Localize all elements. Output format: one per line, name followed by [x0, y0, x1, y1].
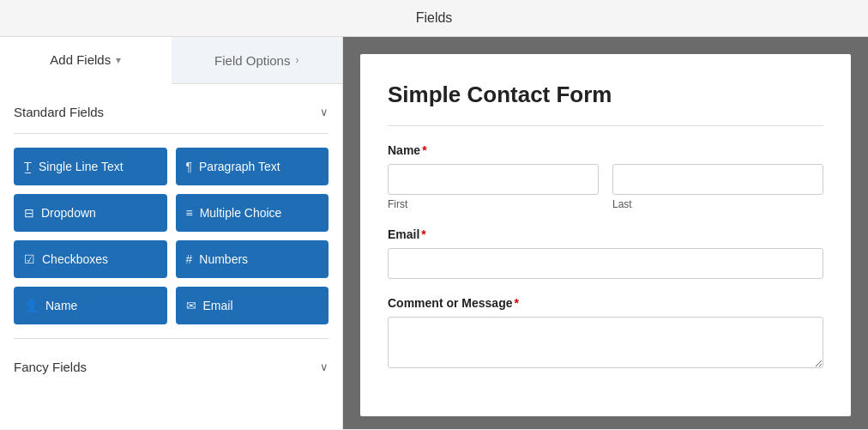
name-inputs: First Last — [388, 164, 823, 210]
paragraph-text-icon: ¶ — [186, 160, 193, 173]
email-icon: ✉ — [186, 299, 196, 312]
paragraph-text-label: Paragraph Text — [199, 160, 280, 173]
name-input-group-last: Last — [612, 164, 823, 210]
email-input[interactable] — [388, 248, 823, 279]
checkboxes-label: Checkboxes — [42, 252, 108, 266]
right-panel: Simple Contact Form Name* First Last — [343, 37, 868, 429]
fancy-fields-label: Fancy Fields — [14, 360, 87, 374]
name-icon: 👤 — [24, 299, 39, 312]
form-label-name: Name* — [388, 143, 823, 157]
tab-field-options[interactable]: Field Options › — [172, 37, 343, 83]
standard-fields-divider — [14, 133, 329, 134]
form-field-name: Name* First Last — [388, 143, 823, 210]
field-btn-name[interactable]: 👤 Name — [14, 287, 167, 324]
required-star-email: * — [421, 227, 425, 241]
last-name-sublabel: Last — [612, 198, 823, 210]
field-btn-single-line-text[interactable]: T̲ Single Line Text — [14, 148, 167, 185]
single-line-text-label: Single Line Text — [39, 160, 124, 173]
single-line-text-icon: T̲ — [24, 160, 32, 173]
form-divider — [388, 125, 823, 126]
field-btn-multiple-choice[interactable]: ≡ Multiple Choice — [176, 194, 329, 232]
form-label-comment: Comment or Message* — [388, 296, 823, 310]
field-btn-numbers[interactable]: # Numbers — [176, 240, 329, 278]
main-layout: Add Fields ▾ Field Options › Standard Fi… — [0, 37, 868, 429]
fancy-fields-section-header[interactable]: Fancy Fields ∨ — [14, 353, 329, 381]
fields-content: Standard Fields ∨ T̲ Single Line Text ¶ … — [0, 84, 342, 395]
form-field-comment: Comment or Message* — [388, 296, 823, 372]
tab-bar: Add Fields ▾ Field Options › — [0, 37, 342, 84]
checkboxes-icon: ☑ — [24, 252, 35, 266]
comment-textarea[interactable] — [388, 317, 823, 368]
fancy-fields-chevron: ∨ — [320, 360, 329, 373]
field-btn-dropdown[interactable]: ⊟ Dropdown — [14, 194, 167, 232]
name-input-group-first: First — [388, 164, 599, 210]
required-star-name: * — [422, 143, 426, 157]
field-options-chevron: › — [295, 54, 298, 66]
required-star-comment: * — [514, 296, 518, 310]
numbers-label: Numbers — [199, 252, 248, 266]
field-options-label: Field Options — [214, 53, 290, 68]
form-title: Simple Contact Form — [388, 82, 823, 108]
app-header: Fields — [0, 0, 868, 37]
form-field-email: Email* — [388, 227, 823, 279]
add-fields-chevron: ▾ — [116, 54, 121, 66]
first-name-sublabel: First — [388, 198, 599, 210]
tab-add-fields[interactable]: Add Fields ▾ — [0, 37, 172, 84]
standard-fields-section-header[interactable]: Standard Fields ∨ — [14, 98, 329, 126]
name-btn-label: Name — [45, 299, 77, 312]
email-btn-label: Email — [203, 299, 233, 312]
dropdown-icon: ⊟ — [24, 206, 34, 220]
dropdown-label: Dropdown — [41, 206, 96, 220]
last-name-input[interactable] — [612, 164, 823, 195]
multiple-choice-label: Multiple Choice — [200, 206, 282, 220]
add-fields-label: Add Fields — [50, 52, 111, 67]
field-btn-paragraph-text[interactable]: ¶ Paragraph Text — [176, 148, 329, 185]
multiple-choice-icon: ≡ — [186, 206, 193, 220]
field-btn-checkboxes[interactable]: ☑ Checkboxes — [14, 240, 167, 278]
left-panel: Add Fields ▾ Field Options › Standard Fi… — [0, 37, 343, 429]
fancy-fields-divider-top — [14, 338, 329, 339]
first-name-input[interactable] — [388, 164, 599, 195]
standard-fields-grid: T̲ Single Line Text ¶ Paragraph Text ⊟ D… — [14, 148, 329, 324]
form-preview: Simple Contact Form Name* First Last — [360, 54, 851, 416]
standard-fields-chevron: ∨ — [320, 106, 329, 118]
form-label-email: Email* — [388, 227, 823, 241]
numbers-icon: # — [186, 252, 193, 266]
standard-fields-label: Standard Fields — [14, 105, 104, 119]
field-btn-email[interactable]: ✉ Email — [176, 287, 329, 324]
fancy-fields-section: Fancy Fields ∨ — [14, 353, 329, 381]
app-title: Fields — [416, 10, 453, 25]
